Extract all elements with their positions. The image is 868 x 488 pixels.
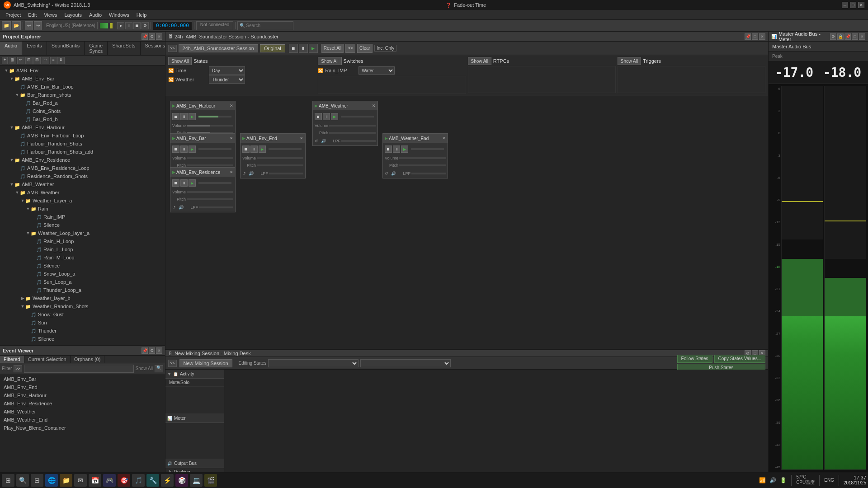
maximize-btn[interactable]: □ <box>850 2 856 8</box>
battery-icon[interactable]: 🔋 <box>780 477 787 483</box>
ev-settings-btn[interactable]: ⚙ <box>149 347 155 354</box>
mab-max-btn[interactable]: □ <box>852 33 858 40</box>
sc-pin-btn[interactable]: 📌 <box>745 33 751 40</box>
menu-item-windows[interactable]: Windows <box>105 11 133 19</box>
editing-states-select-1[interactable] <box>268 359 359 367</box>
event-item-0[interactable]: AMB_Env_Bar <box>2 375 163 383</box>
stop-capture-btn[interactable]: ⏹ <box>133 22 141 29</box>
menu-item-edit[interactable]: Edit <box>24 11 40 19</box>
task-view-btn[interactable]: ⊟ <box>31 474 43 487</box>
card-we-play[interactable]: ▶ <box>401 145 408 153</box>
card-end-stop[interactable]: ⏹ <box>242 145 250 153</box>
card-weather-end-close[interactable]: ✕ <box>442 136 446 141</box>
card-bar-close[interactable]: ✕ <box>230 136 233 141</box>
sc-close-btn[interactable]: ✕ <box>759 33 765 40</box>
settings-btn[interactable]: ⚙ <box>142 22 149 29</box>
menu-item-layouts[interactable]: Layouts <box>61 11 85 19</box>
reset-all-btn[interactable]: Reset All <box>321 44 344 53</box>
event-item-2[interactable]: AMB_Env_Harbour <box>2 391 163 399</box>
state-time-select[interactable]: Day <box>209 66 245 75</box>
ev-tab-orphans[interactable]: Orphans (0) <box>71 356 105 363</box>
sc-play-btn[interactable]: ▶ <box>309 44 318 53</box>
follow-states-btn[interactable]: Follow States <box>677 355 712 363</box>
network-icon[interactable]: 📶 <box>759 477 766 483</box>
sc-pause-btn[interactable]: ⏸ <box>299 44 308 53</box>
tree-item-residence[interactable]: ▼ 📁 AMB_Env_Residence <box>0 156 165 164</box>
mail-icon[interactable]: ✉ <box>74 474 87 487</box>
volume-icon[interactable]: 🔊 <box>769 477 776 483</box>
title-bar-controls[interactable]: ─ □ ✕ <box>842 2 864 8</box>
mab-close-btn[interactable]: ✕ <box>859 33 865 40</box>
app5-icon[interactable]: ⚡ <box>161 474 174 487</box>
tree-item-weather-random[interactable]: ▼ 📁 Weather_Random_Shots <box>0 302 165 310</box>
state-weather-select[interactable]: Thunder <box>209 75 245 84</box>
card-harbour-close[interactable]: ✕ <box>230 103 233 108</box>
tree-item-bar-loop[interactable]: 🎵 AMB_Env_Bar_Loop <box>0 83 165 91</box>
sync-btn[interactable]: ↔ <box>42 57 49 64</box>
tree-item-coins-shots[interactable]: 🎵 Coins_Shots <box>0 107 165 115</box>
tree-item-rain-folder[interactable]: ▼ 📁 Rain <box>0 205 165 213</box>
tree-item-sun-loop[interactable]: 🎵 Sun_Loop_a <box>0 278 165 286</box>
rtpcs-show-all-btn[interactable]: Show All <box>468 57 491 65</box>
open-project-btn[interactable]: 📂 <box>12 21 21 30</box>
card-end-pause[interactable]: ⏸ <box>250 145 258 153</box>
event-item-6[interactable]: Play_New_Blend_Container <box>2 424 163 432</box>
browser-icon[interactable]: 🌐 <box>45 474 58 487</box>
card-weather-pause[interactable]: ⏸ <box>323 113 330 120</box>
menu-item-help[interactable]: Help <box>133 11 151 19</box>
tab-gamesyncs[interactable]: Game Syncs <box>85 42 108 55</box>
app4-icon[interactable]: 🔧 <box>146 474 159 487</box>
card-res-stop[interactable]: ⏹ <box>172 179 179 187</box>
menu-item-project[interactable]: Project <box>2 11 24 19</box>
copy-states-btn[interactable]: Copy States Values... <box>714 355 765 363</box>
tree-item-residence-loop[interactable]: 🎵 AMB_Env_Residence_Loop <box>0 164 165 172</box>
ev-close-btn[interactable]: ✕ <box>156 347 162 354</box>
pe-pin-btn[interactable]: 📌 <box>142 33 148 40</box>
app2-icon[interactable]: 🎯 <box>118 474 130 487</box>
event-item-3[interactable]: AMB_Env_Residence <box>2 399 163 408</box>
app3-icon[interactable]: 🎵 <box>132 474 145 487</box>
filter-forward-btn[interactable]: >> <box>14 365 22 372</box>
tree-item-silence1[interactable]: 🎵 Silence <box>0 221 165 229</box>
tree-item-harbour-random-add[interactable]: 🎵 Harbour_Random_Shots_add <box>0 148 165 156</box>
card-bar-stop[interactable]: ⏹ <box>172 145 179 153</box>
close-btn[interactable]: ✕ <box>858 2 864 8</box>
menu-item-audio[interactable]: Audio <box>85 11 105 19</box>
triggers-show-all-btn[interactable]: Show All <box>618 57 641 65</box>
ev-search-btn[interactable]: 🔍 <box>155 365 163 372</box>
tree-item-thunder[interactable]: 🎵 Thunder <box>0 327 165 335</box>
mab-lock-btn[interactable]: 🔒 <box>837 33 844 40</box>
tree-item-rain-imp[interactable]: 🎵 Rain_IMP <box>0 213 165 221</box>
tree-item-weather-layer-b[interactable]: ▶ 📁 Weather_layer_b <box>0 294 165 302</box>
pause-capture-btn[interactable]: ⏸ <box>125 22 132 29</box>
search-taskbar-btn[interactable]: 🔍 <box>16 474 29 487</box>
card-harbour-play[interactable]: ▶ <box>189 113 196 120</box>
event-item-1[interactable]: AMB_Env_End <box>2 383 163 391</box>
sc-original-tab[interactable]: Original <box>260 44 285 52</box>
card-end-close[interactable]: ✕ <box>300 136 303 141</box>
pe-close-btn[interactable]: ✕ <box>156 33 162 40</box>
tree-item-bar-rod-b[interactable]: 🎵 Bar_Rod_b <box>0 115 165 123</box>
card-harbour-stop[interactable]: ⏹ <box>172 113 179 120</box>
event-filter-input[interactable] <box>24 365 134 373</box>
card-residence-close[interactable]: ✕ <box>230 170 233 174</box>
mix-forward-btn[interactable]: >> <box>168 360 177 367</box>
card-res-play[interactable]: ▶ <box>189 179 196 187</box>
tree-item-bar-rod-a[interactable]: 🎵 Bar_Rod_a <box>0 99 165 107</box>
tree-item-weather-main[interactable]: ▼ 📁 AMB_Weather <box>0 180 165 188</box>
tree-item-rain-l-loop[interactable]: 🎵 Rain_L_Loop <box>0 245 165 253</box>
card-end-play[interactable]: ▶ <box>259 145 266 153</box>
capture-btn[interactable]: ● <box>117 22 124 29</box>
mab-settings-btn[interactable]: ⚙ <box>830 33 836 40</box>
card-harbour-pause[interactable]: ⏸ <box>180 113 188 120</box>
import-btn[interactable]: ⬇ <box>57 57 65 64</box>
editing-states-select-2[interactable] <box>360 359 451 367</box>
tree-item-weather-layer-a[interactable]: ▼ 📁 Weather_Layer_a <box>0 197 165 205</box>
card-we-pause[interactable]: ⏸ <box>393 145 400 153</box>
card-bar-play[interactable]: ▶ <box>189 145 196 153</box>
ev-tab-filtered[interactable]: Filtered <box>0 356 24 363</box>
tab-events[interactable]: Events <box>22 42 47 55</box>
mixing-session-tab[interactable]: New Mixing Session <box>179 359 232 367</box>
tree-item-weather-sub[interactable]: ▼ 📁 AMB_Weather <box>0 188 165 197</box>
tree-item-silence2[interactable]: 🎵 Silence <box>0 262 165 270</box>
